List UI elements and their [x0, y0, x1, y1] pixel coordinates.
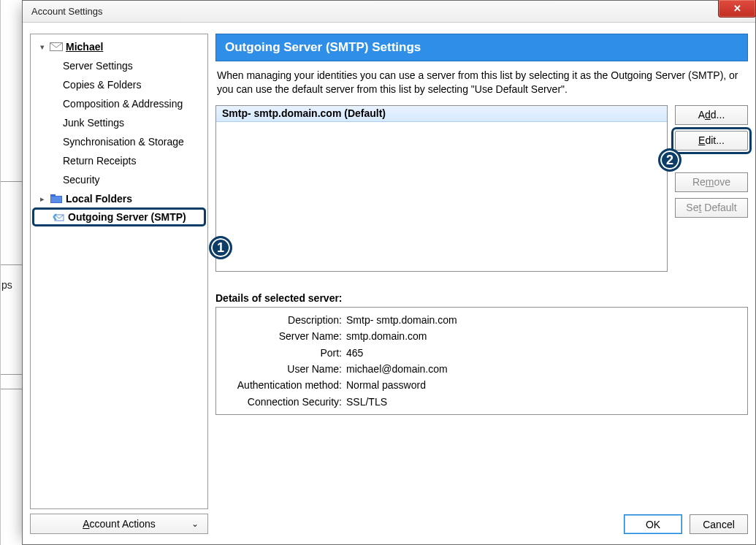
set-default-button[interactable]: Set Default	[675, 198, 748, 218]
accounts-tree[interactable]: ▾ Michael Server Settings Copies & Folde…	[30, 34, 208, 509]
ok-button[interactable]: OK	[624, 514, 682, 534]
smtp-server-list[interactable]: Smtp- smtp.domain.com (Default)	[215, 105, 668, 272]
mail-icon	[50, 42, 63, 52]
detail-label-auth: Authentication method:	[224, 377, 342, 393]
annotation-badge-1: 1	[209, 236, 232, 259]
dialog-content: ▾ Michael Server Settings Copies & Folde…	[30, 34, 748, 534]
tree-local-folders[interactable]: ▸ Local Folders	[31, 189, 207, 208]
tree-item-security[interactable]: Security	[31, 170, 207, 189]
remove-button[interactable]: Remove	[675, 172, 748, 192]
tree-item-return-receipts[interactable]: Return Receipts	[31, 151, 207, 170]
tree-local-folders-label: Local Folders	[66, 193, 132, 205]
accounts-tree-panel: ▾ Michael Server Settings Copies & Folde…	[30, 34, 208, 534]
detail-value-user-name: michael@domain.com	[346, 361, 448, 377]
server-details: Description:Smtp- smtp.domain.com Server…	[215, 307, 748, 415]
detail-value-port: 465	[346, 345, 363, 361]
detail-value-server-name: smtp.domain.com	[346, 328, 427, 344]
chevron-right-icon: ▸	[38, 194, 47, 204]
tree-item-junk[interactable]: Junk Settings	[31, 113, 207, 132]
page-description: When managing your identities you can us…	[215, 61, 748, 105]
dialog-footer: OK Cancel	[624, 514, 748, 534]
detail-value-description: Smtp- smtp.domain.com	[346, 312, 457, 328]
background-text: ps	[1, 279, 12, 291]
annotation-badge-2: 2	[658, 148, 681, 172]
close-icon: ✕	[733, 3, 741, 14]
tree-account-label: Michael	[66, 41, 103, 53]
tree-item-copies-folders[interactable]: Copies & Folders	[31, 75, 207, 94]
detail-label-security: Connection Security:	[224, 394, 342, 410]
folder-icon	[50, 194, 63, 204]
detail-label-port: Port:	[224, 345, 342, 361]
outgoing-icon	[52, 212, 65, 222]
tree-outgoing-server[interactable]: Outgoing Server (SMTP)	[32, 207, 206, 226]
edit-button[interactable]: Edit...	[675, 131, 748, 150]
details-heading: Details of selected server:	[215, 292, 748, 304]
detail-label-server-name: Server Name:	[224, 328, 342, 344]
detail-value-auth: Normal password	[346, 377, 426, 393]
page-title: Outgoing Server (SMTP) Settings	[215, 34, 748, 61]
account-settings-dialog: Account Settings ✕ ▾ Michael Server Sett…	[22, 0, 756, 545]
add-button[interactable]: Add...	[675, 105, 748, 125]
detail-label-user-name: User Name:	[224, 361, 342, 377]
account-actions-button[interactable]: Account Actions ⌄	[30, 514, 208, 534]
tree-item-sync-storage[interactable]: Synchronisation & Storage	[31, 132, 207, 151]
tree-item-composition[interactable]: Composition & Addressing	[31, 94, 207, 113]
titlebar: Account Settings ✕	[23, 1, 755, 23]
detail-label-description: Description:	[224, 312, 342, 328]
window-title: Account Settings	[31, 6, 103, 17]
detail-value-security: SSL/TLS	[346, 394, 387, 410]
svg-rect-3	[51, 197, 61, 202]
chevron-down-icon: ▾	[38, 42, 47, 52]
tree-item-server-settings[interactable]: Server Settings	[31, 56, 207, 75]
close-button[interactable]: ✕	[718, 0, 756, 18]
main-panel: Outgoing Server (SMTP) Settings When man…	[215, 34, 748, 534]
chevron-down-icon: ⌄	[191, 519, 199, 529]
smtp-server-row[interactable]: Smtp- smtp.domain.com (Default)	[216, 106, 667, 122]
cancel-button[interactable]: Cancel	[690, 514, 748, 534]
server-area: Smtp- smtp.domain.com (Default) Add... E…	[215, 105, 748, 272]
tree-account-michael[interactable]: ▾ Michael	[31, 37, 207, 56]
tree-outgoing-label: Outgoing Server (SMTP)	[68, 211, 186, 223]
server-action-buttons: Add... Edit... Remove Set Default	[675, 105, 748, 272]
